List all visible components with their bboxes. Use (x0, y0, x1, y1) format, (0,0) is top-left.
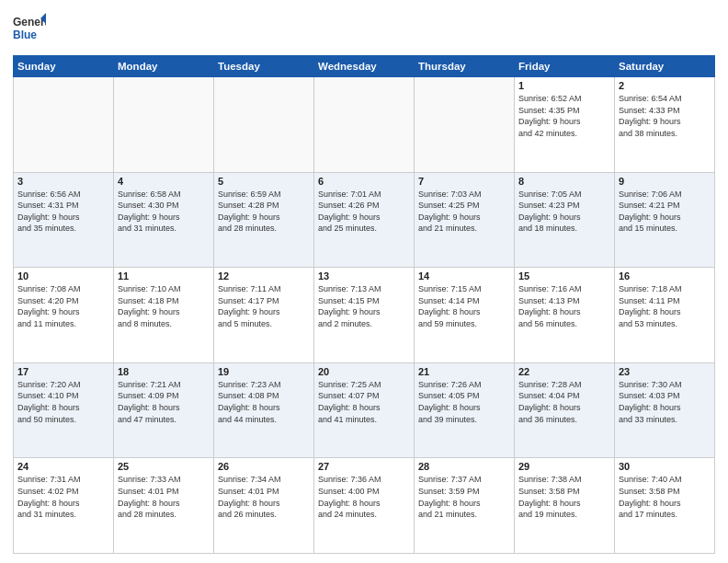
day-number: 7 (418, 176, 510, 187)
day-info: Sunrise: 7:16 AM Sunset: 4:13 PM Dayligh… (518, 283, 610, 329)
day-info: Sunrise: 6:52 AM Sunset: 4:35 PM Dayligh… (518, 93, 610, 139)
day-info: Sunrise: 7:28 AM Sunset: 4:04 PM Dayligh… (518, 379, 610, 425)
calendar-week-4: 17Sunrise: 7:20 AM Sunset: 4:10 PM Dayli… (14, 362, 715, 458)
day-number: 1 (518, 80, 610, 91)
day-info: Sunrise: 7:23 AM Sunset: 4:08 PM Dayligh… (218, 379, 310, 425)
day-info: Sunrise: 7:26 AM Sunset: 4:05 PM Dayligh… (418, 379, 510, 425)
calendar-week-3: 10Sunrise: 7:08 AM Sunset: 4:20 PM Dayli… (14, 268, 715, 363)
calendar-cell: 5Sunrise: 6:59 AM Sunset: 4:28 PM Daylig… (214, 172, 314, 268)
day-number: 13 (318, 270, 410, 282)
logo: General Blue (13, 11, 46, 48)
day-number: 3 (17, 176, 109, 187)
calendar-table: SundayMondayTuesdayWednesdayThursdayFrid… (13, 55, 715, 554)
calendar-week-1: 1Sunrise: 6:52 AM Sunset: 4:35 PM Daylig… (14, 77, 715, 173)
calendar-week-5: 24Sunrise: 7:31 AM Sunset: 4:02 PM Dayli… (14, 458, 715, 554)
day-info: Sunrise: 7:34 AM Sunset: 4:01 PM Dayligh… (218, 474, 310, 520)
day-number: 8 (518, 176, 610, 187)
day-number: 29 (518, 461, 610, 472)
day-info: Sunrise: 7:15 AM Sunset: 4:14 PM Dayligh… (418, 283, 510, 329)
day-info: Sunrise: 6:59 AM Sunset: 4:28 PM Dayligh… (218, 189, 310, 235)
calendar-cell: 30Sunrise: 7:40 AM Sunset: 3:58 PM Dayli… (615, 458, 715, 554)
day-number: 2 (619, 80, 711, 91)
day-number: 23 (619, 366, 711, 377)
calendar-cell: 14Sunrise: 7:15 AM Sunset: 4:14 PM Dayli… (415, 268, 515, 363)
calendar-cell: 7Sunrise: 7:03 AM Sunset: 4:25 PM Daylig… (415, 172, 515, 268)
day-number: 6 (318, 176, 410, 187)
calendar-cell: 2Sunrise: 6:54 AM Sunset: 4:33 PM Daylig… (615, 77, 715, 173)
day-info: Sunrise: 7:30 AM Sunset: 4:03 PM Dayligh… (619, 379, 711, 425)
calendar-cell: 13Sunrise: 7:13 AM Sunset: 4:15 PM Dayli… (314, 268, 415, 363)
weekday-header-row: SundayMondayTuesdayWednesdayThursdayFrid… (14, 56, 715, 77)
day-number: 26 (218, 461, 310, 472)
day-number: 27 (318, 461, 410, 472)
calendar-cell (14, 77, 114, 173)
header: General Blue (13, 11, 715, 48)
day-number: 15 (518, 270, 610, 282)
calendar-week-2: 3Sunrise: 6:56 AM Sunset: 4:31 PM Daylig… (14, 172, 715, 268)
calendar-cell: 12Sunrise: 7:11 AM Sunset: 4:17 PM Dayli… (214, 268, 314, 363)
day-info: Sunrise: 7:01 AM Sunset: 4:26 PM Dayligh… (318, 189, 410, 235)
weekday-sunday: Sunday (14, 56, 114, 77)
weekday-thursday: Thursday (415, 56, 515, 77)
day-info: Sunrise: 7:37 AM Sunset: 3:59 PM Dayligh… (418, 474, 510, 520)
day-number: 22 (518, 366, 610, 377)
calendar-cell: 17Sunrise: 7:20 AM Sunset: 4:10 PM Dayli… (14, 362, 114, 458)
day-number: 11 (118, 270, 210, 282)
day-info: Sunrise: 7:18 AM Sunset: 4:11 PM Dayligh… (619, 283, 711, 329)
calendar-cell: 9Sunrise: 7:06 AM Sunset: 4:21 PM Daylig… (615, 172, 715, 268)
calendar-cell: 26Sunrise: 7:34 AM Sunset: 4:01 PM Dayli… (214, 458, 314, 554)
calendar-cell: 1Sunrise: 6:52 AM Sunset: 4:35 PM Daylig… (515, 77, 615, 173)
day-info: Sunrise: 7:40 AM Sunset: 3:58 PM Dayligh… (619, 474, 711, 520)
calendar-cell: 22Sunrise: 7:28 AM Sunset: 4:04 PM Dayli… (515, 362, 615, 458)
calendar-cell (314, 77, 415, 173)
day-number: 14 (418, 270, 510, 282)
day-number: 10 (17, 270, 109, 282)
day-info: Sunrise: 7:06 AM Sunset: 4:21 PM Dayligh… (619, 189, 711, 235)
day-number: 5 (218, 176, 310, 187)
day-info: Sunrise: 7:20 AM Sunset: 4:10 PM Dayligh… (17, 379, 109, 425)
day-number: 20 (318, 366, 410, 377)
calendar-cell: 10Sunrise: 7:08 AM Sunset: 4:20 PM Dayli… (14, 268, 114, 363)
day-number: 4 (118, 176, 210, 187)
weekday-tuesday: Tuesday (214, 56, 314, 77)
calendar-cell: 23Sunrise: 7:30 AM Sunset: 4:03 PM Dayli… (615, 362, 715, 458)
day-info: Sunrise: 7:03 AM Sunset: 4:25 PM Dayligh… (418, 189, 510, 235)
day-info: Sunrise: 7:38 AM Sunset: 3:58 PM Dayligh… (518, 474, 610, 520)
day-info: Sunrise: 7:08 AM Sunset: 4:20 PM Dayligh… (17, 283, 109, 329)
day-number: 28 (418, 461, 510, 472)
day-number: 18 (118, 366, 210, 377)
calendar-cell: 21Sunrise: 7:26 AM Sunset: 4:05 PM Dayli… (415, 362, 515, 458)
calendar-cell: 3Sunrise: 6:56 AM Sunset: 4:31 PM Daylig… (14, 172, 114, 268)
page: General Blue SundayMondayTuesdayWednesda… (0, 0, 728, 563)
day-number: 16 (619, 270, 711, 282)
day-number: 17 (17, 366, 109, 377)
day-info: Sunrise: 7:11 AM Sunset: 4:17 PM Dayligh… (218, 283, 310, 329)
day-info: Sunrise: 6:58 AM Sunset: 4:30 PM Dayligh… (118, 189, 210, 235)
calendar-cell: 25Sunrise: 7:33 AM Sunset: 4:01 PM Dayli… (114, 458, 214, 554)
calendar-cell: 29Sunrise: 7:38 AM Sunset: 3:58 PM Dayli… (515, 458, 615, 554)
calendar-cell (214, 77, 314, 173)
day-info: Sunrise: 7:25 AM Sunset: 4:07 PM Dayligh… (318, 379, 410, 425)
day-info: Sunrise: 7:05 AM Sunset: 4:23 PM Dayligh… (518, 189, 610, 235)
svg-text:Blue: Blue (13, 29, 37, 41)
calendar-cell: 20Sunrise: 7:25 AM Sunset: 4:07 PM Dayli… (314, 362, 415, 458)
day-number: 12 (218, 270, 310, 282)
calendar-cell: 15Sunrise: 7:16 AM Sunset: 4:13 PM Dayli… (515, 268, 615, 363)
weekday-friday: Friday (515, 56, 615, 77)
calendar-cell (114, 77, 214, 173)
calendar-cell: 19Sunrise: 7:23 AM Sunset: 4:08 PM Dayli… (214, 362, 314, 458)
calendar-cell: 16Sunrise: 7:18 AM Sunset: 4:11 PM Dayli… (615, 268, 715, 363)
day-info: Sunrise: 7:33 AM Sunset: 4:01 PM Dayligh… (118, 474, 210, 520)
calendar-cell: 8Sunrise: 7:05 AM Sunset: 4:23 PM Daylig… (515, 172, 615, 268)
calendar-cell: 11Sunrise: 7:10 AM Sunset: 4:18 PM Dayli… (114, 268, 214, 363)
day-info: Sunrise: 7:13 AM Sunset: 4:15 PM Dayligh… (318, 283, 410, 329)
day-number: 25 (118, 461, 210, 472)
day-info: Sunrise: 6:56 AM Sunset: 4:31 PM Dayligh… (17, 189, 109, 235)
day-info: Sunrise: 7:36 AM Sunset: 4:00 PM Dayligh… (318, 474, 410, 520)
calendar-cell (415, 77, 515, 173)
day-number: 24 (17, 461, 109, 472)
weekday-wednesday: Wednesday (314, 56, 415, 77)
day-info: Sunrise: 7:21 AM Sunset: 4:09 PM Dayligh… (118, 379, 210, 425)
calendar-cell: 24Sunrise: 7:31 AM Sunset: 4:02 PM Dayli… (14, 458, 114, 554)
calendar-cell: 4Sunrise: 6:58 AM Sunset: 4:30 PM Daylig… (114, 172, 214, 268)
